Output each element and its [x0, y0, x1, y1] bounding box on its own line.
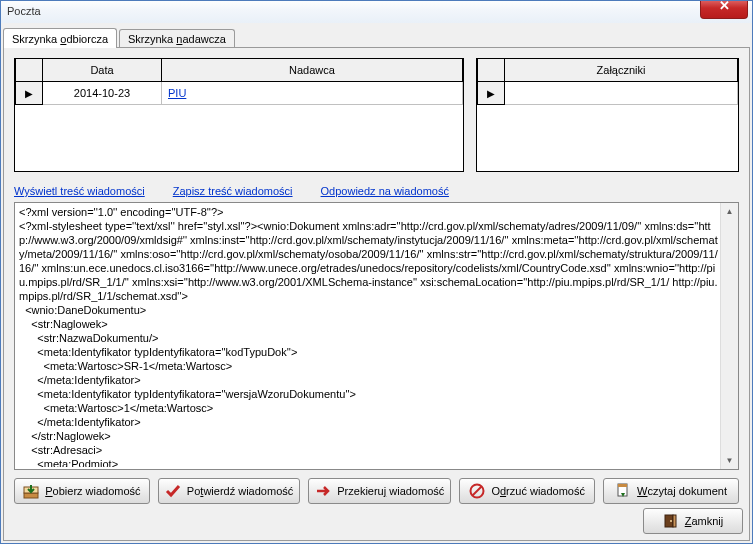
window-title: Poczta — [7, 5, 41, 17]
svg-rect-7 — [673, 515, 676, 527]
scrollbar[interactable]: ▲ ▼ — [720, 203, 738, 469]
reject-message-button[interactable]: Odrzuć wiadomość — [459, 478, 595, 504]
tab-inbox[interactable]: Skrzynka odbiorcza — [3, 28, 117, 48]
message-content-box: <?xml version=''1.0'' encoding=''UTF-8''… — [14, 202, 739, 470]
svg-rect-0 — [24, 493, 38, 498]
table-row[interactable]: ▶ 2014-10-23 PIU — [16, 82, 463, 105]
close-button[interactable]: Zamknij — [643, 508, 743, 534]
load-document-button[interactable]: Wczytaj dokument — [603, 478, 739, 504]
link-save-content[interactable]: Zapisz treść wiadomości — [173, 185, 293, 197]
col-sender[interactable]: Nadawca — [162, 59, 463, 82]
link-show-content[interactable]: Wyświetl treść wiadomości — [14, 185, 145, 197]
confirm-message-button[interactable]: Potwierdź wiadomość — [158, 478, 300, 504]
document-icon — [615, 483, 631, 499]
door-icon — [663, 513, 679, 529]
col-date[interactable]: Data — [43, 59, 162, 82]
messages-grid[interactable]: Data Nadawca ▶ 2014-10-23 PIU — [14, 58, 464, 172]
svg-point-8 — [670, 520, 672, 522]
current-row-icon: ▶ — [25, 88, 33, 99]
tab-row: Skrzynka odbiorcza Skrzynka nadawcza — [1, 23, 752, 47]
check-icon — [165, 483, 181, 499]
scroll-up-icon[interactable]: ▲ — [721, 203, 738, 220]
window-close-button[interactable]: ✕ — [700, 0, 748, 19]
scroll-down-icon[interactable]: ▼ — [721, 452, 738, 469]
row-header-corner — [16, 59, 43, 82]
tab-outbox[interactable]: Skrzynka nadawcza — [119, 29, 235, 48]
row-indicator: ▶ — [478, 82, 505, 105]
sender-link[interactable]: PIU — [168, 87, 186, 99]
row-indicator: ▶ — [16, 82, 43, 105]
col-attachments[interactable]: Załączniki — [505, 59, 738, 82]
client-area: Skrzynka odbiorcza Skrzynka nadawcza Dat… — [1, 23, 752, 543]
links-row: Wyświetl treść wiadomości Zapisz treść w… — [14, 180, 449, 202]
svg-line-3 — [473, 487, 482, 496]
forward-icon — [315, 483, 331, 499]
link-reply[interactable]: Odpowiedz na wiadomość — [321, 185, 449, 197]
bottom-row: Zamknij — [643, 508, 743, 534]
cell-attachment — [505, 82, 738, 105]
table-row[interactable]: ▶ — [478, 82, 738, 105]
svg-rect-5 — [618, 484, 627, 487]
close-icon: ✕ — [719, 0, 730, 13]
message-content[interactable]: <?xml version=''1.0'' encoding=''UTF-8''… — [19, 205, 720, 467]
download-message-button[interactable]: Pobierz wiadomość — [14, 478, 150, 504]
download-icon — [23, 483, 39, 499]
cell-sender: PIU — [162, 82, 463, 105]
upper-grids: Data Nadawca ▶ 2014-10-23 PIU Załączniki — [14, 58, 739, 172]
forward-message-button[interactable]: Przekieruj wiadomość — [308, 478, 451, 504]
action-buttons-row: Pobierz wiadomość Potwierdź wiadomość Pr… — [14, 478, 739, 508]
reject-icon — [469, 483, 485, 499]
cell-date: 2014-10-23 — [43, 82, 162, 105]
tab-body: Data Nadawca ▶ 2014-10-23 PIU Załączniki — [3, 47, 750, 541]
current-row-icon: ▶ — [487, 88, 495, 99]
attachments-grid[interactable]: Załączniki ▶ — [476, 58, 739, 172]
title-bar: Poczta ✕ — [1, 1, 752, 24]
row-header-corner — [478, 59, 505, 82]
